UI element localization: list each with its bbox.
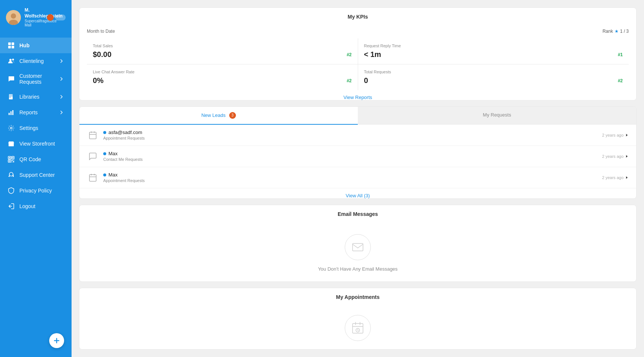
- contact-icon: [87, 150, 99, 162]
- rank-label: Rank: [603, 29, 613, 34]
- kpi-period: Month to Date: [87, 29, 115, 34]
- sidebar-item-label: Support Center: [19, 172, 55, 178]
- book-icon: [7, 93, 15, 101]
- svg-point-13: [10, 127, 12, 129]
- sidebar-item-clienteling[interactable]: Clienteling: [0, 53, 72, 69]
- svg-rect-6: [12, 46, 14, 48]
- sidebar-item-label: Logout: [19, 203, 35, 209]
- svg-rect-21: [12, 160, 13, 161]
- chevron-right-icon: [59, 94, 64, 99]
- tab-my-requests[interactable]: My Requests: [358, 107, 636, 125]
- lead-name-text: Max: [108, 151, 118, 156]
- sidebar-item-libraries[interactable]: Libraries: [0, 89, 72, 105]
- kpi-label: Total Requests: [364, 70, 623, 74]
- kpi-value: $0.00: [93, 50, 111, 59]
- sidebar-item-reports[interactable]: Reports: [0, 105, 72, 120]
- sidebar-item-label: Customer Requests: [19, 73, 54, 85]
- leads-badge: 3: [229, 112, 236, 119]
- svg-point-25: [9, 172, 13, 176]
- sidebar-item-view-storefront[interactable]: View Storefront: [0, 136, 72, 152]
- kpi-value: < 1m: [364, 50, 381, 59]
- sidebar-item-logout[interactable]: Logout: [0, 198, 72, 214]
- email-empty-state: You Don't Have Any Email Messages: [79, 223, 636, 282]
- toggle-pill: [55, 15, 66, 20]
- lead-type: Appointment Requests: [103, 178, 602, 183]
- sidebar-item-label: QR Code: [19, 156, 41, 162]
- view-reports-link[interactable]: View Reports: [79, 90, 636, 101]
- lead-info: Max Appointment Requests: [103, 172, 602, 183]
- toggle-switch[interactable]: [47, 14, 66, 21]
- appointments-card: My Appointments: [79, 288, 637, 350]
- appointment-icon: [87, 129, 99, 141]
- sidebar-item-hub[interactable]: Hub: [0, 38, 72, 53]
- appointments-title: My Appointments: [79, 288, 636, 306]
- chevron-right-icon: [59, 110, 64, 115]
- email-title: Email Messages: [79, 205, 636, 223]
- kpi-cell-total-sales: Total Sales $0.00 #2: [87, 38, 358, 64]
- rank-badge: Rank ★ 1 / 3: [603, 29, 629, 34]
- headset-icon: [7, 171, 15, 179]
- rank-star: ★: [615, 29, 619, 34]
- kpi-label: Total Sales: [93, 44, 352, 48]
- kpi-rank: #2: [347, 78, 351, 83]
- sidebar-item-qr-code[interactable]: QR Code: [0, 152, 72, 167]
- chart-icon: [7, 109, 15, 116]
- lead-item[interactable]: asfa@sadf.com Appointment Requests 2 yea…: [79, 125, 636, 146]
- kpi-header: Month to Date Rank ★ 1 / 3: [79, 26, 636, 38]
- qr-icon: [7, 156, 15, 163]
- chevron-right-icon: [59, 76, 64, 82]
- email-card: Email Messages You Don't Have Any Email …: [79, 205, 637, 282]
- lead-item[interactable]: Max Appointment Requests 2 years ago: [79, 167, 636, 188]
- lead-item[interactable]: Max Contact Me Requests 2 years ago: [79, 146, 636, 167]
- svg-rect-5: [8, 46, 11, 48]
- lead-time: 2 years ago: [602, 175, 629, 180]
- kpi-cell-reply-time: Request Reply Time < 1m #1: [358, 38, 629, 64]
- email-empty-text: You Don't Have Any Email Messages: [318, 266, 398, 272]
- kpi-value: 0: [364, 76, 368, 85]
- svg-rect-28: [89, 132, 96, 139]
- svg-rect-10: [9, 113, 10, 115]
- kpi-value: 0%: [93, 76, 104, 85]
- avatar: [6, 10, 21, 25]
- lead-type: Appointment Requests: [103, 136, 602, 140]
- username: M. Wolfschlegelstein: [25, 7, 43, 19]
- sidebar-item-customer-requests[interactable]: Customer Requests: [0, 69, 72, 89]
- sidebar-item-privacy-policy[interactable]: Privacy Policy: [0, 183, 72, 198]
- leads-tabs: New Leads 3 My Requests: [79, 107, 636, 125]
- toggle-dot: [47, 14, 54, 21]
- svg-rect-29: [89, 175, 96, 181]
- sidebar-item-label: Clienteling: [19, 58, 44, 64]
- kpi-label: Request Reply Time: [364, 44, 623, 48]
- sidebar-item-support-center[interactable]: Support Center: [0, 167, 72, 183]
- fab-button[interactable]: [49, 333, 64, 348]
- grid-icon: [7, 42, 15, 49]
- svg-rect-27: [13, 176, 14, 177]
- lead-time: 2 years ago: [602, 133, 629, 137]
- kpi-rank: #2: [347, 52, 351, 57]
- svg-point-8: [12, 59, 14, 61]
- kpi-grid: Total Sales $0.00 #2 Request Reply Time …: [87, 38, 629, 90]
- kpi-rank: #1: [618, 52, 623, 57]
- lead-time: 2 years ago: [602, 154, 629, 159]
- sidebar-item-label: Hub: [19, 42, 29, 48]
- kpi-rank: #2: [618, 78, 623, 83]
- user-info: M. Wolfschlegelstein Supercalifragilisti…: [25, 7, 43, 27]
- svg-rect-26: [9, 176, 10, 177]
- kpi-card: My KPIs Month to Date Rank ★ 1 / 3 Total…: [79, 7, 637, 101]
- email-icon-circle: [345, 234, 371, 260]
- appointments-empty-state: [79, 306, 636, 350]
- leads-card: New Leads 3 My Requests asfa@sadf.com Ap…: [79, 106, 637, 199]
- sidebar-item-settings[interactable]: Settings: [0, 120, 72, 136]
- store-icon: [7, 140, 15, 147]
- users-icon: [7, 57, 15, 65]
- sidebar-item-label: View Storefront: [19, 141, 55, 147]
- kpi-cell-chat-rate: Live Chat Answer Rate 0% #2: [87, 64, 358, 90]
- svg-rect-18: [12, 157, 13, 158]
- tab-label: New Leads: [201, 112, 225, 118]
- appt-icon-circle: [345, 315, 371, 341]
- tab-new-leads[interactable]: New Leads 3: [79, 107, 358, 125]
- view-all-link[interactable]: View All (3): [79, 188, 636, 199]
- svg-rect-20: [9, 160, 10, 162]
- store-name: Supercalifragilistice Mall: [25, 19, 43, 27]
- svg-rect-22: [13, 160, 14, 160]
